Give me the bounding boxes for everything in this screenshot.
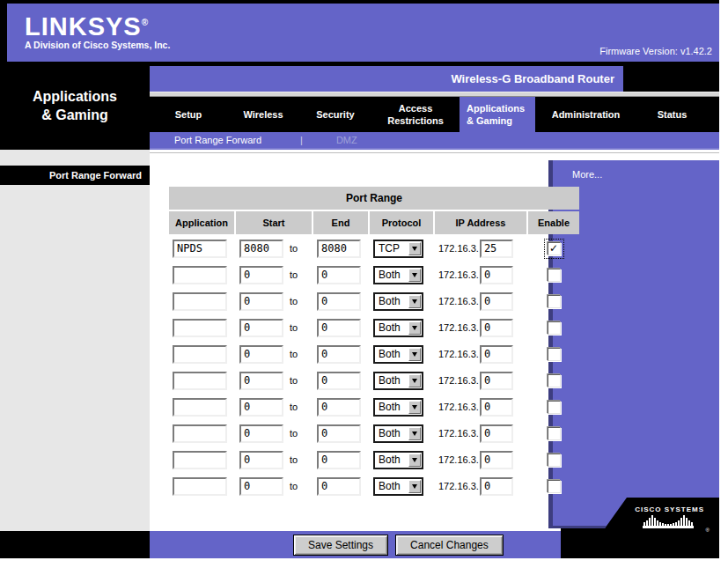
- ip-host-input[interactable]: [480, 319, 513, 337]
- cisco-bridge-icon: [642, 514, 698, 529]
- end-port-input[interactable]: [317, 319, 361, 337]
- application-input[interactable]: [173, 292, 227, 311]
- more-link[interactable]: More...: [572, 169, 602, 180]
- tab-administration[interactable]: Administration: [535, 97, 636, 132]
- dropdown-arrow-icon[interactable]: [408, 374, 421, 387]
- firmware-version: Firmware Version: v1.42.2: [599, 46, 712, 56]
- dropdown-arrow-icon[interactable]: [408, 348, 421, 361]
- enable-checkbox[interactable]: [548, 295, 561, 308]
- application-input[interactable]: [173, 424, 227, 443]
- ip-host-input[interactable]: [480, 398, 513, 417]
- protocol-value: Both: [375, 374, 408, 387]
- application-input[interactable]: [173, 240, 227, 258]
- dropdown-arrow-icon[interactable]: [408, 269, 421, 282]
- ip-host-input[interactable]: [480, 345, 513, 364]
- start-port-input[interactable]: [239, 345, 283, 364]
- enable-checkbox[interactable]: [548, 454, 561, 467]
- dropdown-arrow-icon[interactable]: [408, 480, 421, 493]
- col-application: Application: [169, 211, 234, 234]
- ip-host-input[interactable]: [480, 292, 513, 311]
- ip-host-input[interactable]: [480, 477, 513, 496]
- to-label: to: [290, 402, 298, 412]
- start-port-input[interactable]: [239, 240, 283, 258]
- dropdown-arrow-icon[interactable]: [408, 242, 421, 255]
- start-port-input[interactable]: [239, 372, 283, 390]
- protocol-select[interactable]: Both: [373, 266, 423, 284]
- enable-checkbox[interactable]: [548, 348, 561, 361]
- ip-host-input[interactable]: [480, 424, 513, 443]
- application-input[interactable]: [173, 398, 227, 417]
- start-port-input[interactable]: [239, 266, 283, 284]
- enable-checkbox[interactable]: [548, 401, 561, 414]
- dropdown-arrow-icon[interactable]: [408, 295, 421, 308]
- end-port-input[interactable]: [317, 345, 361, 364]
- tab-wireless[interactable]: Wireless: [227, 97, 299, 132]
- end-port-input[interactable]: [317, 240, 361, 258]
- ip-host-input[interactable]: [480, 266, 513, 284]
- end-port-input[interactable]: [317, 424, 361, 443]
- start-port-input[interactable]: [239, 398, 283, 417]
- end-port-input[interactable]: [317, 372, 361, 390]
- protocol-select[interactable]: TCP: [373, 240, 423, 258]
- dropdown-arrow-icon[interactable]: [408, 321, 421, 335]
- enable-checkbox[interactable]: ✓: [548, 242, 561, 255]
- ip-host-input[interactable]: [480, 451, 513, 469]
- to-label: to: [290, 243, 298, 254]
- enable-checkbox[interactable]: [548, 480, 561, 493]
- start-port-input[interactable]: [239, 319, 283, 337]
- cancel-changes-button[interactable]: Cancel Changes: [395, 535, 504, 556]
- dropdown-arrow-icon[interactable]: [408, 401, 421, 414]
- protocol-select[interactable]: Both: [373, 477, 423, 496]
- application-input[interactable]: [173, 372, 227, 390]
- application-input[interactable]: [173, 319, 227, 337]
- protocol-select[interactable]: Both: [373, 292, 423, 311]
- protocol-select[interactable]: Both: [373, 398, 423, 417]
- application-input[interactable]: [173, 451, 227, 469]
- protocol-value: Both: [375, 427, 408, 439]
- start-port-input[interactable]: [239, 451, 283, 469]
- save-settings-button[interactable]: Save Settings: [293, 535, 388, 556]
- protocol-select[interactable]: Both: [373, 345, 423, 364]
- application-input[interactable]: [173, 266, 227, 284]
- port-forward-row: to Both 172.16.3.: [169, 342, 579, 366]
- protocol-select[interactable]: Both: [373, 451, 423, 469]
- end-port-input[interactable]: [317, 451, 361, 469]
- application-input[interactable]: [173, 345, 227, 364]
- tab-security[interactable]: Security: [299, 97, 371, 132]
- tab-applications-gaming[interactable]: Applications & Gaming: [460, 97, 535, 132]
- end-port-input[interactable]: [317, 477, 361, 496]
- enable-checkbox[interactable]: [548, 374, 561, 387]
- enable-checkbox[interactable]: [548, 321, 561, 335]
- start-port-input[interactable]: [239, 424, 283, 443]
- to-label: to: [290, 269, 298, 280]
- ip-prefix: 172.16.3.: [438, 322, 479, 333]
- tab-status[interactable]: Status: [636, 97, 708, 132]
- protocol-select[interactable]: Both: [373, 319, 423, 337]
- start-port-input[interactable]: [239, 292, 283, 311]
- end-port-input[interactable]: [317, 398, 361, 417]
- subnav-dmz[interactable]: DMZ: [336, 135, 357, 145]
- end-port-input[interactable]: [317, 266, 361, 284]
- dropdown-arrow-icon[interactable]: [408, 454, 421, 467]
- protocol-select[interactable]: Both: [373, 424, 423, 443]
- ip-prefix: 172.16.3.: [438, 243, 479, 254]
- router-admin-page: LINKSYS® A Division of Cisco Systems, In…: [0, 0, 728, 568]
- to-label: to: [290, 428, 298, 439]
- application-input[interactable]: [173, 477, 227, 496]
- tab-setup[interactable]: Setup: [150, 97, 227, 132]
- ip-host-input[interactable]: [480, 372, 513, 390]
- dropdown-arrow-icon[interactable]: [408, 427, 421, 440]
- content-top-rule: [150, 152, 719, 153]
- subnav-port-range-forward[interactable]: Port Range Forward: [174, 135, 261, 145]
- start-port-input[interactable]: [239, 477, 283, 496]
- protocol-select[interactable]: Both: [373, 372, 423, 390]
- top-banner: LINKSYS® A Division of Cisco Systems, In…: [0, 0, 719, 62]
- protocol-value: Both: [375, 348, 408, 360]
- enable-checkbox[interactable]: [548, 269, 561, 282]
- end-port-input[interactable]: [317, 292, 361, 311]
- port-forward-row: to Both 172.16.3.: [169, 474, 579, 498]
- enable-checkbox[interactable]: [548, 427, 561, 440]
- tab-access-restrictions[interactable]: Access Restrictions: [371, 97, 460, 132]
- button-group: Save Settings Cancel Changes: [293, 535, 504, 556]
- ip-host-input[interactable]: [480, 240, 513, 258]
